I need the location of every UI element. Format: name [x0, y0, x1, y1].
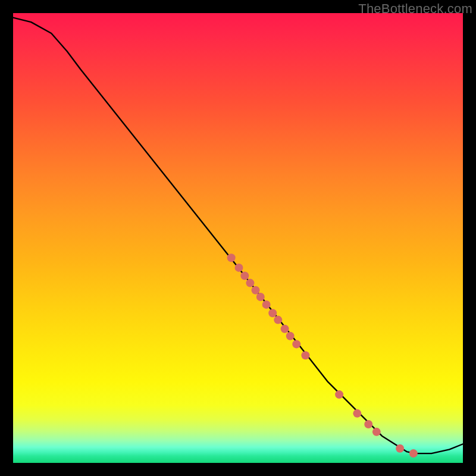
watermark-text: TheBottleneck.com [358, 1, 472, 17]
chart-canvas [0, 0, 476, 476]
